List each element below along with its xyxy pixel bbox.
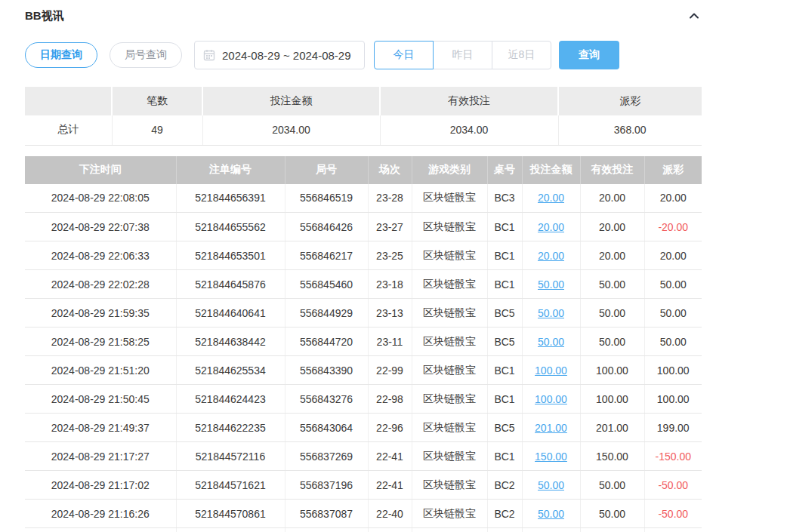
bet-amount-link[interactable]: 100.00 — [535, 364, 567, 377]
cell-round-id: 556843064 — [285, 414, 368, 442]
cell-table-no: BC5 — [487, 414, 522, 442]
cell-session: 23-28 — [368, 184, 412, 213]
summary-total-label: 总计 — [25, 115, 112, 145]
summary-total-row: 总计 49 2034.00 2034.00 368.00 — [25, 115, 702, 145]
cell-bet-id: 521844645876 — [176, 270, 285, 299]
cell-bet-time: 2024-08-29 21:51:20 — [25, 356, 176, 385]
table-row: 2024-08-29 22:07:38521844655562556846426… — [25, 213, 702, 241]
cell-round-id: 556846426 — [285, 213, 368, 241]
cell-game-type: 区块链骰宝 — [412, 328, 487, 356]
cell-table-no: BC2 — [487, 500, 522, 528]
table-row: 2024-08-29 21:58:25521844638442556844720… — [25, 328, 702, 356]
cell-session: 23-13 — [368, 299, 412, 328]
summary-header-count: 笔数 — [112, 87, 202, 115]
bet-amount-link[interactable]: 20.00 — [538, 250, 564, 262]
cell-bet-amount: 20.00 — [522, 184, 580, 213]
header-round-id: 局号 — [285, 156, 368, 184]
cell-valid-bet: 100.00 — [580, 356, 644, 385]
cell-bet-amount: 50.00 — [522, 500, 580, 528]
cell-payout: -20.00 — [644, 213, 702, 241]
cell-round-id: 556845460 — [285, 270, 368, 299]
cell-bet-time: 2024-08-29 21:17:27 — [25, 442, 176, 471]
cell-game-type: 区块链骰宝 — [412, 241, 487, 270]
cell-table-no: BC1 — [487, 241, 522, 270]
bet-amount-link[interactable]: 50.00 — [538, 307, 564, 319]
header-game-type: 游戏类别 — [412, 156, 487, 184]
cell-bet-id: 521844653501 — [176, 241, 285, 270]
cell-bet-id: 521844572116 — [176, 442, 285, 471]
cell-table-no: BC1 — [487, 385, 522, 414]
table-row: 2024-08-29 21:17:27521844572116556837269… — [25, 442, 702, 471]
cell-session: 22-41 — [368, 442, 412, 471]
cell-payout: -150.00 — [644, 442, 702, 471]
cell-round-id: 556843390 — [285, 356, 368, 385]
header-bet-amount: 投注金额 — [522, 156, 580, 184]
bet-amount-link[interactable]: 20.00 — [538, 192, 564, 204]
cell-game-type: 区块链骰宝 — [412, 471, 487, 500]
header-valid-bet: 有效投注 — [580, 156, 644, 184]
table-row: 2024-08-29 21:50:45521844624423556843276… — [25, 385, 702, 414]
cell-payout: 50.00 — [644, 270, 702, 299]
calendar-icon — [203, 49, 215, 61]
cell-bet-time: 2024-08-29 22:02:28 — [25, 270, 176, 299]
chevron-up-icon[interactable] — [687, 8, 702, 23]
tab-round-query[interactable]: 局号查询 — [110, 42, 182, 68]
header-session: 场次 — [368, 156, 412, 184]
cell-payout: 20.00 — [644, 241, 702, 270]
cell-payout: 50.00 — [644, 299, 702, 328]
cell-session: 22-96 — [368, 414, 412, 442]
bet-amount-link[interactable]: 50.00 — [538, 336, 564, 348]
page-title: BB视讯 — [25, 9, 64, 23]
cell-bet-time: 2024-08-29 21:50:45 — [25, 385, 176, 414]
cell-payout: -50.00 — [644, 471, 702, 500]
tab-date-query[interactable]: 日期查询 — [25, 42, 97, 68]
summary-header-valid-bet: 有效投注 — [380, 87, 558, 115]
cell-game-type: 区块链骰宝 — [412, 270, 487, 299]
cell-valid-bet: 20.00 — [580, 213, 644, 241]
query-toolbar: 日期查询 局号查询 2024-08-29 ~ 2024-08-29 今日 昨日 … — [25, 41, 780, 69]
cell-session: 23-18 — [368, 270, 412, 299]
cell-valid-bet: 50.00 — [580, 500, 644, 528]
summary-total-count: 49 — [112, 115, 202, 145]
bet-amount-link[interactable]: 50.00 — [538, 479, 564, 491]
cell-round-id: 556837269 — [285, 442, 368, 471]
bet-amount-link[interactable]: 50.00 — [538, 278, 564, 291]
cell-round-id: 556844929 — [285, 299, 368, 328]
bet-amount-link[interactable]: 100.00 — [535, 393, 567, 405]
cell-table-no: BC1 — [487, 442, 522, 471]
cell-bet-time: 2024-08-29 21:17:02 — [25, 471, 176, 500]
cell-bet-id: 521844570861 — [176, 500, 285, 528]
cell-bet-id: 521844624423 — [176, 385, 285, 414]
cell-session: 22-99 — [368, 356, 412, 385]
cell-valid-bet: 50.00 — [580, 270, 644, 299]
bet-amount-link[interactable]: 20.00 — [538, 221, 564, 233]
table-row: 2024-08-29 21:16:26521844570861556837087… — [25, 500, 702, 528]
cell-valid-bet: 100.00 — [580, 385, 644, 414]
summary-header-blank — [25, 87, 112, 115]
bet-amount-link[interactable]: 201.00 — [535, 422, 567, 434]
quick-range-today[interactable]: 今日 — [374, 41, 434, 69]
records-header-row: 下注时间 注单编号 局号 场次 游戏类别 桌号 投注金额 有效投注 派彩 — [25, 156, 702, 184]
cell-bet-id: 521844656391 — [176, 184, 285, 213]
cell-table-no: BC2 — [487, 471, 522, 500]
bet-amount-link[interactable]: 150.00 — [535, 451, 567, 463]
cell-game-type: 区块链骰宝 — [412, 414, 487, 442]
cell-payout: 20.00 — [644, 184, 702, 213]
table-row: 2024-08-29 22:08:05521844656391556846519… — [25, 184, 702, 213]
date-range-picker[interactable]: 2024-08-29 ~ 2024-08-29 — [194, 41, 365, 69]
cell-bet-time: 2024-08-29 22:07:38 — [25, 213, 176, 241]
cell-bet-id: 521844625534 — [176, 356, 285, 385]
bet-amount-link[interactable]: 50.00 — [538, 508, 564, 520]
table-row: 2024-08-29 21:59:35521844640641556844929… — [25, 299, 702, 328]
search-button[interactable]: 查询 — [559, 41, 619, 69]
quick-range-yesterday[interactable]: 昨日 — [433, 41, 492, 69]
cell-payout: 100.00 — [644, 385, 702, 414]
cell-bet-amount: 20.00 — [522, 213, 580, 241]
cell-session: 22-41 — [368, 471, 412, 500]
cell-payout: 50.00 — [644, 328, 702, 356]
cell-valid-bet: 20.00 — [580, 241, 644, 270]
cell-bet-time: 2024-08-29 22:08:05 — [25, 184, 176, 213]
cell-valid-bet: 201.00 — [580, 414, 644, 442]
quick-range-last8days[interactable]: 近8日 — [492, 41, 551, 69]
cell-round-id: 556843276 — [285, 385, 368, 414]
